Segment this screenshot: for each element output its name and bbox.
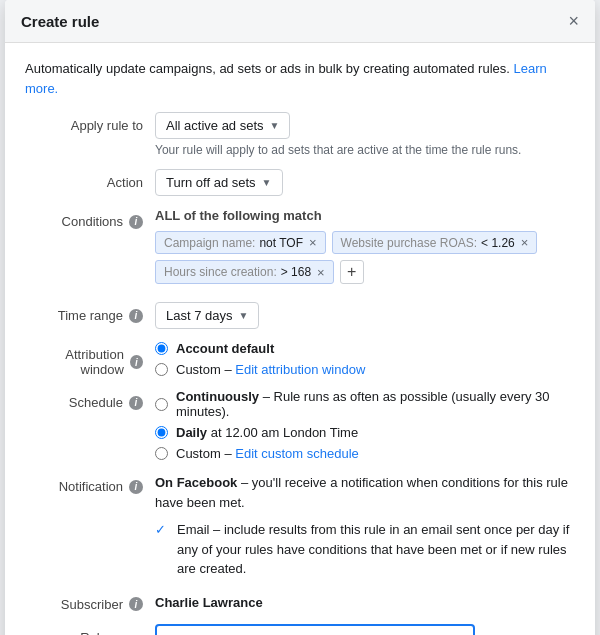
subscriber-label: Subscriber i bbox=[25, 591, 155, 612]
apply-rule-dropdown[interactable]: All active ad sets ▼ bbox=[155, 112, 290, 139]
attribution-info-icon: i bbox=[130, 355, 143, 369]
notification-email-checkbox-row: ✓ Email – include results from this rule… bbox=[155, 520, 575, 579]
apply-rule-label: Apply rule to bbox=[25, 112, 155, 133]
conditions-info-icon: i bbox=[129, 215, 143, 229]
attribution-radio-group: Account default Custom – Edit attributio… bbox=[155, 341, 575, 377]
remove-condition-roas[interactable]: × bbox=[521, 235, 529, 250]
subscriber-name: Charlie Lawrance bbox=[155, 591, 575, 610]
subscriber-row: Subscriber i Charlie Lawrance bbox=[25, 591, 575, 612]
condition-tag-roas: Website purchase ROAS: < 1.26 × bbox=[332, 231, 538, 254]
time-range-label: Time range i bbox=[25, 302, 155, 323]
apply-rule-row: Apply rule to All active ad sets ▼ Your … bbox=[25, 112, 575, 157]
condition-tag-hours: Hours since creation: > 168 × bbox=[155, 260, 334, 284]
action-dropdown[interactable]: Turn off ad sets ▼ bbox=[155, 169, 283, 196]
chevron-down-icon: ▼ bbox=[270, 120, 280, 131]
notification-row: Notification i On Facebook – you'll rece… bbox=[25, 473, 575, 579]
notification-info-icon: i bbox=[129, 480, 143, 494]
conditions-content: ALL of the following match Campaign name… bbox=[155, 208, 575, 290]
rule-name-row: Rule name bbox=[25, 624, 575, 636]
subscriber-info-icon: i bbox=[129, 597, 143, 611]
rule-name-content bbox=[155, 624, 575, 636]
remove-condition-hours[interactable]: × bbox=[317, 265, 325, 280]
time-range-dropdown[interactable]: Last 7 days ▼ bbox=[155, 302, 259, 329]
edit-attribution-link[interactable]: Edit attribution window bbox=[235, 362, 365, 377]
time-range-row: Time range i Last 7 days ▼ bbox=[25, 302, 575, 329]
schedule-info-icon: i bbox=[129, 396, 143, 410]
close-button[interactable]: × bbox=[568, 12, 579, 30]
condition-tags: Campaign name: not TOF × Website purchas… bbox=[155, 231, 575, 254]
action-content: Turn off ad sets ▼ bbox=[155, 169, 575, 196]
edit-schedule-link[interactable]: Edit custom schedule bbox=[235, 446, 359, 461]
condition-tag-campaign: Campaign name: not TOF × bbox=[155, 231, 326, 254]
modal-title: Create rule bbox=[21, 13, 99, 30]
apply-rule-content: All active ad sets ▼ Your rule will appl… bbox=[155, 112, 575, 157]
attribution-window-label: Attribution window i bbox=[25, 341, 155, 377]
subscriber-content: Charlie Lawrance bbox=[155, 591, 575, 610]
notification-text: On Facebook – you'll receive a notificat… bbox=[155, 473, 575, 512]
modal-body: Automatically update campaigns, ad sets … bbox=[5, 43, 595, 635]
schedule-radio-group: Continuously – Rule runs as often as pos… bbox=[155, 389, 575, 461]
notification-label: Notification i bbox=[25, 473, 155, 494]
time-range-content: Last 7 days ▼ bbox=[155, 302, 575, 329]
schedule-row: Schedule i Continuously – Rule runs as o… bbox=[25, 389, 575, 461]
action-label: Action bbox=[25, 169, 155, 190]
schedule-content: Continuously – Rule runs as often as pos… bbox=[155, 389, 575, 461]
modal-header: Create rule × bbox=[5, 0, 595, 43]
chevron-down-icon: ▼ bbox=[239, 310, 249, 321]
chevron-down-icon: ▼ bbox=[262, 177, 272, 188]
attribution-account-default[interactable]: Account default bbox=[155, 341, 575, 356]
condition-tags-row2: Hours since creation: > 168 × + bbox=[155, 260, 575, 284]
create-rule-modal: Create rule × Automatically update campa… bbox=[5, 0, 595, 635]
attribution-window-content: Account default Custom – Edit attributio… bbox=[155, 341, 575, 377]
rule-name-input[interactable] bbox=[155, 624, 475, 636]
description-text: Automatically update campaigns, ad sets … bbox=[25, 59, 575, 98]
checkmark-icon: ✓ bbox=[155, 520, 169, 540]
schedule-label: Schedule i bbox=[25, 389, 155, 410]
schedule-continuously[interactable]: Continuously – Rule runs as often as pos… bbox=[155, 389, 575, 419]
action-row: Action Turn off ad sets ▼ bbox=[25, 169, 575, 196]
conditions-header: ALL of the following match bbox=[155, 208, 575, 223]
conditions-label: Conditions i bbox=[25, 208, 155, 229]
conditions-row: Conditions i ALL of the following match … bbox=[25, 208, 575, 290]
time-range-info-icon: i bbox=[129, 309, 143, 323]
rule-name-label: Rule name bbox=[25, 624, 155, 636]
schedule-custom[interactable]: Custom – Edit custom schedule bbox=[155, 446, 575, 461]
attribution-window-row: Attribution window i Account default Cus… bbox=[25, 341, 575, 377]
add-condition-button[interactable]: + bbox=[340, 260, 364, 284]
schedule-daily[interactable]: Daily at 12.00 am London Time bbox=[155, 425, 575, 440]
apply-rule-helper: Your rule will apply to ad sets that are… bbox=[155, 143, 575, 157]
notification-content: On Facebook – you'll receive a notificat… bbox=[155, 473, 575, 579]
remove-condition-campaign[interactable]: × bbox=[309, 235, 317, 250]
attribution-custom[interactable]: Custom – Edit attribution window bbox=[155, 362, 575, 377]
